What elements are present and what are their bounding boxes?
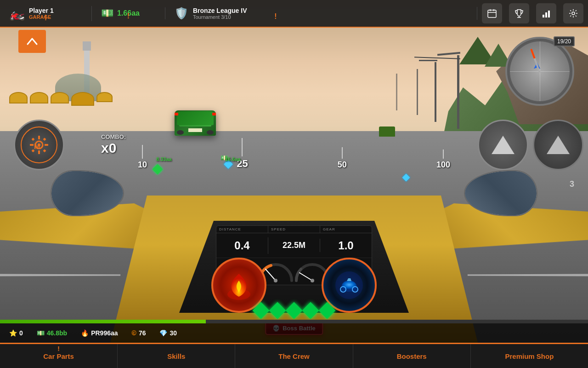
money-stat: 💵 46.8bb: [37, 329, 67, 337]
gear-label: GEAR: [323, 227, 369, 231]
chart-button[interactable]: [536, 3, 556, 23]
stars-stat: ⭐ 0: [9, 329, 23, 337]
settings-icon-inner: M: [21, 126, 57, 163]
money-icon: 💵: [101, 7, 113, 19]
pr-icon: 🔥: [81, 329, 89, 337]
svg-rect-20: [488, 10, 496, 17]
coin-icon: ©: [132, 329, 136, 337]
speed-label: SPEED: [271, 227, 317, 231]
nav-premium-shop[interactable]: Premium Shop: [471, 344, 588, 368]
collapse-button[interactable]: [18, 30, 46, 53]
svg-rect-15: [31, 138, 34, 141]
player-avatar-icon: 🏍️: [9, 6, 25, 21]
accel-counter: 3: [570, 179, 574, 189]
nav-skills[interactable]: Skills: [118, 344, 235, 368]
star-icon: ⭐: [9, 329, 17, 337]
player-sub-label: GARAGE: [29, 14, 54, 20]
combo-display: COMBO: x0: [101, 133, 126, 156]
combo-label: COMBO:: [101, 133, 126, 140]
svg-rect-14: [45, 144, 48, 146]
accelerate-button-1[interactable]: [478, 120, 528, 170]
svg-line-0: [266, 269, 276, 281]
svg-rect-26: [543, 15, 544, 17]
calendar-button[interactable]: [482, 3, 502, 23]
money-section[interactable]: 💵 1.66aa !: [92, 7, 165, 19]
speed-value: 22.5M: [271, 241, 317, 250]
svg-rect-16: [43, 138, 46, 141]
svg-rect-27: [545, 12, 547, 17]
stats-bar: ⭐ 0 💵 46.8bb 🔥 PR996aa © 76 💎 30: [0, 323, 588, 343]
hud-top-bar: 🏍️ Player 1 GARAGE ! 💵 1.66aa ! 🛡️ Bronz…: [0, 0, 588, 28]
nav-car-parts-notif: !: [57, 345, 60, 352]
league-section[interactable]: 🛡️ Bronze League IV Tournament 3/10 !: [165, 7, 477, 20]
nav-car-parts[interactable]: Car Parts !: [0, 344, 118, 368]
money-notification: !: [127, 12, 130, 20]
gems-value: 30: [170, 329, 177, 337]
gems-stat: 💎 30: [159, 329, 177, 337]
svg-point-29: [572, 12, 575, 15]
league-sub: Tournament 3/10: [193, 14, 247, 20]
dist-100: 100: [436, 160, 450, 170]
pr-value: PR996aa: [91, 329, 118, 337]
gear-value: 1.0: [323, 239, 369, 252]
league-name: Bronze League IV: [193, 7, 247, 14]
svg-line-2: [300, 273, 312, 281]
gems-row: [255, 305, 333, 316]
coins-stat: © 76: [132, 329, 146, 337]
gem-icon: 💎: [159, 329, 167, 337]
svg-rect-13: [30, 144, 34, 146]
svg-point-3: [311, 279, 314, 282]
svg-rect-12: [38, 150, 40, 154]
coins-value: 76: [139, 329, 146, 337]
accelerate-button-2[interactable]: [533, 120, 583, 170]
league-icon: 🛡️: [175, 7, 188, 20]
nav-premium-shop-label: Premium Shop: [505, 352, 554, 360]
nav-the-crew[interactable]: The Crew: [235, 344, 353, 368]
svg-rect-28: [548, 11, 550, 17]
league-notification: !: [274, 12, 277, 21]
minimap-count: 19/20: [554, 36, 575, 46]
hud-icon-buttons: [477, 3, 588, 23]
road-money-1: 8.33aa: [156, 156, 172, 162]
dist-10: 10: [138, 160, 147, 170]
distance-label: DISTANCE: [219, 227, 265, 231]
player-name: Player 1: [29, 7, 54, 14]
svg-text:M: M: [34, 143, 40, 150]
money-stat-value: 46.8bb: [47, 329, 67, 337]
distance-markers: 10 25 50 100: [138, 138, 450, 170]
dist-50: 50: [338, 160, 347, 170]
xp-bar-fill: [0, 320, 206, 323]
bottom-nav: Car Parts ! Skills The Crew Boosters Pre…: [0, 343, 588, 368]
trophy-button[interactable]: [509, 3, 529, 23]
svg-rect-18: [43, 149, 46, 152]
settings-button[interactable]: M: [14, 120, 64, 170]
pr-stat: 🔥 PR996aa: [81, 329, 118, 337]
nav-car-parts-label: Car Parts: [43, 352, 74, 360]
nav-skills-label: Skills: [167, 352, 185, 360]
svg-point-1: [274, 279, 277, 282]
combo-value: x0: [101, 140, 126, 156]
money-stat-icon: 💵: [37, 329, 45, 337]
nav-boosters[interactable]: Boosters: [353, 344, 471, 368]
stars-value: 0: [19, 329, 23, 337]
road-money-2: 16.6aa: [225, 156, 241, 162]
player-notification: !: [45, 14, 47, 22]
gear-settings-button[interactable]: [563, 3, 583, 23]
svg-rect-11: [38, 136, 40, 139]
minimap: 19/20: [505, 37, 574, 106]
distance-value: 0.4: [219, 239, 265, 252]
xp-bar: [0, 320, 588, 323]
nav-the-crew-label: The Crew: [278, 352, 310, 360]
player-section[interactable]: 🏍️ Player 1 GARAGE !: [0, 6, 92, 21]
nav-boosters-label: Boosters: [397, 352, 427, 360]
